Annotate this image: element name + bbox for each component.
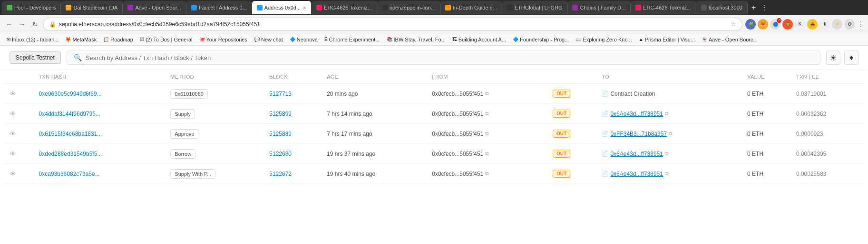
address-bar[interactable]: 🔒 sepolia.etherscan.io/address/0x0cfecb5…: [43, 18, 742, 31]
table-row: 👁0xded288ed31549b5f5...Borrow512268019 h…: [5, 144, 863, 164]
table-row: 👁0xe0630e5c9949d6f69...0x610100805127713…: [5, 84, 863, 104]
to-copy-icon[interactable]: ⧉: [669, 131, 673, 137]
bookmark-inbox[interactable]: ✉Inbox (12) - fabian...: [4, 36, 61, 43]
method-badge: Approve: [170, 129, 198, 139]
txn-fee: 0.03719001: [796, 91, 826, 97]
theme-toggle-button[interactable]: ☀: [826, 51, 840, 65]
metamask-icon[interactable]: 🦊: [758, 19, 768, 30]
method-badge: Supply With P...: [170, 169, 215, 179]
to-address-link[interactable]: 0x6Ae43d...ff738951: [610, 151, 663, 157]
txn-fee: 0.00025583: [796, 171, 826, 177]
col-age: Age: [322, 70, 427, 84]
extensions-icon[interactable]: 🧩: [745, 19, 756, 30]
eth-icon[interactable]: ♦: [844, 51, 858, 65]
browser-action-icons: 🧩 🦊 🔵 15 🦁 K 📥 ⬇ ⚡ ⚙ ⋮: [745, 19, 864, 30]
to-address-link[interactable]: 0x6Ae43d...ff738951: [610, 111, 663, 117]
back-button[interactable]: ←: [4, 19, 14, 30]
block-link[interactable]: 5122680: [269, 151, 292, 157]
from-address: 0x0cfecb...5055f451: [432, 91, 483, 97]
tab-openzeppelin[interactable]: openzeppelin-con...: [377, 1, 440, 14]
to-address-link[interactable]: 0x6Ae43d...ff738951: [610, 171, 663, 177]
block-link[interactable]: 5127713: [269, 91, 292, 97]
row-eye-icon[interactable]: 👁: [10, 130, 16, 138]
block-link[interactable]: 5125889: [269, 131, 292, 137]
network-selector[interactable]: Sepolia Testnet: [10, 51, 61, 64]
eth-value: 0 ETH: [747, 91, 763, 97]
tab-localhost[interactable]: localhost:3000: [696, 1, 748, 14]
bookmark-aave[interactable]: 👻Aave - Open Sourc...: [699, 36, 761, 43]
row-eye-icon[interactable]: 👁: [10, 150, 16, 158]
bookmark-neonova[interactable]: 🔷Neonova: [287, 36, 321, 43]
tab-address-active[interactable]: Address 0x0d... ✕: [252, 1, 312, 14]
txn-fee: 0.00042395: [796, 151, 826, 157]
bookmark-metamask[interactable]: 🦊MetaMask: [62, 36, 99, 43]
tab-in-depth[interactable]: In-Depth Guide o...: [440, 1, 502, 14]
from-address: 0x0cfecb...5055f451: [432, 171, 483, 177]
to-address-link[interactable]: 0xFF34B3...71b8a357: [610, 131, 667, 137]
from-copy-icon[interactable]: ⧉: [485, 131, 489, 137]
action-icon-3[interactable]: ⬇: [819, 19, 830, 30]
tab-overflow-button[interactable]: ⋮: [761, 4, 767, 11]
tab-dai-stablecoin[interactable]: Dai Stablecoin (DA: [61, 1, 123, 14]
txn-hash-link[interactable]: 0x4ddaf3144f96d9796...: [39, 111, 100, 117]
txn-hash-link[interactable]: 0x61515f34e68ba1831...: [39, 131, 102, 137]
bookmark-ibw[interactable]: 📚IBW Stay, Travel, Fo...: [384, 36, 449, 43]
bookmark-prisma[interactable]: ▲Prisma Editor | Visu...: [636, 36, 698, 43]
txn-hash-link[interactable]: 0xe0630e5c9949d6f69...: [39, 91, 102, 97]
bookmark-foundership[interactable]: 🔷Foundership - Prog...: [510, 36, 572, 43]
tab-erc4626-2[interactable]: ERC-4626 Tokeniz...: [631, 1, 696, 14]
txn-hash-link[interactable]: 0xded288ed31549b5f5...: [39, 151, 102, 157]
from-copy-icon[interactable]: ⧉: [485, 171, 489, 177]
block-link[interactable]: 5125899: [269, 111, 292, 117]
tab-ethglobal[interactable]: ETHGlobal | LFGHO: [502, 1, 568, 14]
tab-chains[interactable]: Chains | Family D...: [567, 1, 631, 14]
to-copy-icon[interactable]: ⧉: [665, 111, 669, 117]
method-badge: Supply: [170, 109, 195, 119]
to-copy-icon[interactable]: ⧉: [665, 171, 669, 177]
row-eye-icon[interactable]: 👁: [10, 110, 16, 118]
menu-button[interactable]: ⋮: [857, 20, 864, 29]
from-copy-icon[interactable]: ⧉: [485, 91, 489, 97]
col-to: To: [597, 70, 742, 84]
transactions-table: Txn Hash Method Block Age From To Value …: [5, 70, 863, 184]
bookmark-repos[interactable]: 🐙Your Repositories: [196, 36, 250, 43]
method-badge: 0x61010080: [170, 89, 208, 99]
to-copy-icon[interactable]: ⧉: [665, 151, 669, 157]
block-link[interactable]: 5122672: [269, 171, 292, 177]
to-contract-icon: 📄: [602, 171, 608, 177]
search-icon: 🔍: [74, 54, 82, 61]
action-icon-2[interactable]: 📥: [807, 19, 818, 30]
direction-badge: OUT: [553, 150, 570, 158]
action-icon-4[interactable]: ⚡: [832, 19, 842, 30]
search-bar[interactable]: 🔍: [67, 51, 820, 65]
table-row: 👁0x61515f34e68ba1831...Approve51258897 h…: [5, 124, 863, 144]
refresh-button[interactable]: ↻: [30, 19, 40, 30]
search-input[interactable]: [86, 54, 813, 61]
to-contract-icon: 📄: [602, 131, 608, 137]
txn-hash-link[interactable]: 0xca93b36082c73a5e...: [39, 171, 100, 177]
star-icon[interactable]: ☆: [731, 20, 736, 28]
tab-faucet[interactable]: Faucet | Address 0...: [186, 1, 252, 14]
tab-aave[interactable]: Aave - Open Sour...: [123, 1, 186, 14]
action-icon-1[interactable]: K: [795, 19, 805, 30]
bookmark-chrome-experiment[interactable]: EChrome Experiment...: [322, 36, 383, 43]
row-eye-icon[interactable]: 👁: [10, 90, 16, 98]
bookmark-new-chat[interactable]: 💬New chat: [251, 36, 286, 43]
tab-erc4626-1[interactable]: ERC-4626 Tokeniz...: [312, 1, 377, 14]
bookmark-building[interactable]: 🏗Building Account A...: [449, 36, 509, 43]
from-address: 0x0cfecb...5055f451: [432, 151, 483, 157]
brave-icon[interactable]: 🦁: [782, 19, 793, 30]
forward-button[interactable]: →: [17, 19, 28, 30]
tab-pool-developers[interactable]: Pool - Developers: [2, 1, 61, 14]
to-contract-icon: 📄: [602, 151, 608, 157]
bookmark-roadmap[interactable]: 📋Roadmap: [100, 36, 136, 43]
from-copy-icon[interactable]: ⧉: [485, 111, 489, 117]
new-tab-button[interactable]: +: [748, 3, 760, 12]
action-icon-5[interactable]: ⚙: [844, 19, 855, 30]
from-copy-icon[interactable]: ⧉: [485, 151, 489, 157]
bookmark-todos[interactable]: ☑(2) To Dos | General: [137, 36, 195, 43]
bookmark-zero-kno[interactable]: 📖Exploring Zero Kno...: [573, 36, 634, 43]
row-eye-icon[interactable]: 👁: [10, 170, 16, 178]
address-bar-text: sepolia.etherscan.io/address/0x0cfecb5d3…: [59, 21, 728, 28]
icon-15[interactable]: 🔵 15: [770, 19, 780, 30]
